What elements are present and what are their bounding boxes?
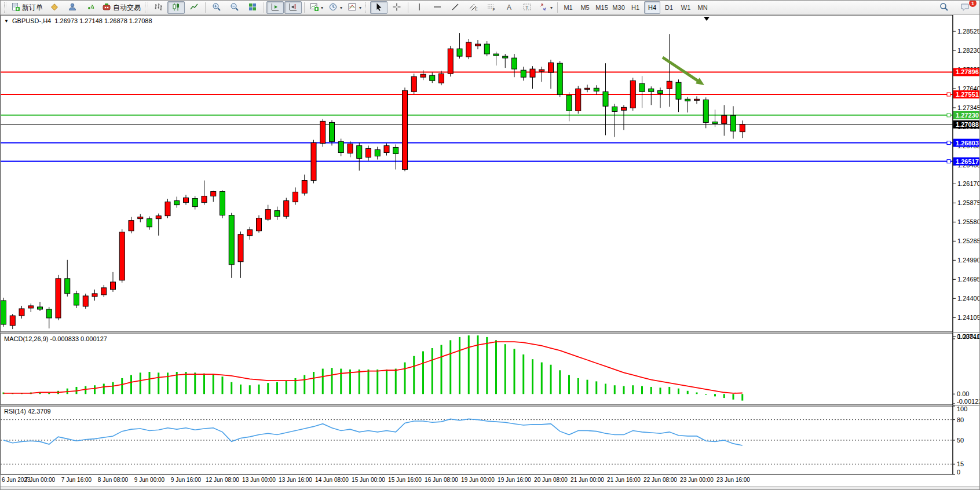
- timeframe-w1-button[interactable]: W1: [678, 1, 694, 14]
- candle: [649, 86, 654, 105]
- bar-chart-icon: [153, 2, 163, 13]
- toolbar-separator: [205, 2, 206, 13]
- line-handle-marker[interactable]: [947, 93, 950, 96]
- line-chart-icon: [189, 2, 199, 13]
- chart-canvas[interactable]: 0.0074120.00-0.00122610080501501.285251.…: [1, 15, 980, 488]
- timeframe-m1-button[interactable]: M1: [560, 1, 576, 14]
- time-tick-label: 9 Jun 00:00: [134, 477, 165, 483]
- horizontal-line-object[interactable]: [1, 114, 953, 117]
- chat-bubble-icon: [960, 2, 970, 13]
- chart-shift-marker[interactable]: [704, 17, 710, 21]
- candle: [685, 97, 690, 112]
- svg-text:1.26803: 1.26803: [956, 140, 979, 147]
- svg-text:1.27088: 1.27088: [956, 121, 979, 128]
- time-tick-label: 15 Jun 00:00: [352, 477, 385, 483]
- candle: [247, 227, 253, 240]
- search-button[interactable]: [935, 1, 953, 14]
- zoom-in-button[interactable]: [208, 1, 225, 14]
- time-axis[interactable]: 6 Jun 20237 Jun 00:007 Jun 16:008 Jun 08…: [2, 477, 750, 483]
- candle: [1, 298, 6, 327]
- timeframe-m5-button[interactable]: M5: [577, 1, 593, 14]
- arrows-tool-button[interactable]: ▾: [536, 1, 555, 14]
- notification-badge: 1: [969, 0, 977, 7]
- vertical-line-icon: [415, 2, 424, 13]
- candlestick-icon: [171, 2, 181, 13]
- svg-text:-0.001226: -0.001226: [957, 398, 980, 405]
- toolbar-separator: [264, 2, 264, 13]
- periods-button[interactable]: ▾: [326, 1, 345, 14]
- panel-splitter[interactable]: [1, 405, 980, 406]
- line-handle-marker[interactable]: [947, 160, 950, 163]
- profile-icon: [68, 2, 77, 13]
- price-tick-label: 1.25580: [957, 218, 980, 225]
- candle: [476, 40, 481, 49]
- price-tick-label: 1.26170: [957, 180, 980, 187]
- candle: [430, 72, 435, 83]
- channel-icon: E: [469, 2, 478, 13]
- line-handle-marker[interactable]: [947, 114, 950, 117]
- candle: [38, 302, 43, 311]
- candle: [493, 52, 499, 65]
- toolbar: 新订单 自动交易: [1, 1, 979, 15]
- text-tool-button[interactable]: A: [500, 1, 518, 14]
- fibonacci-tool-button[interactable]: F: [482, 1, 500, 14]
- candle: [557, 61, 562, 97]
- horizontal-line-icon: [433, 2, 442, 13]
- text-label-tool-button[interactable]: T: [518, 1, 536, 14]
- tile-windows-button[interactable]: [244, 1, 261, 14]
- time-tick-label: 7 Jun 16:00: [61, 477, 92, 483]
- new-chart-button[interactable]: ▾: [307, 1, 326, 14]
- toolbar-drag-handle[interactable]: [4, 2, 7, 13]
- toolbar-drag-handle[interactable]: [145, 2, 148, 13]
- signals-button[interactable]: [82, 1, 99, 14]
- vertical-line-tool-button[interactable]: [411, 1, 428, 14]
- timeframe-m30-button[interactable]: M30: [610, 1, 627, 14]
- bar-chart-mode-button[interactable]: [149, 1, 167, 14]
- price-tag: 1.26517: [953, 158, 980, 166]
- depth-of-market-button[interactable]: [46, 1, 63, 14]
- timeframe-mn-button[interactable]: MN: [694, 1, 711, 14]
- accounts-button[interactable]: [64, 1, 81, 14]
- candle: [275, 207, 280, 220]
- timeframe-h1-button[interactable]: H1: [627, 1, 643, 14]
- chart-shift-button[interactable]: [284, 1, 302, 14]
- auto-scroll-button[interactable]: [266, 1, 284, 14]
- horizontal-line-object[interactable]: [1, 93, 953, 96]
- candle: [184, 195, 189, 205]
- indicators-button[interactable]: ▾: [345, 1, 364, 14]
- candle: [238, 232, 243, 278]
- candle: [28, 303, 34, 312]
- candlestick-mode-button[interactable]: [167, 1, 185, 14]
- signal-icon: [86, 2, 95, 13]
- candle: [466, 39, 471, 59]
- timeframe-d1-button[interactable]: D1: [661, 1, 677, 14]
- candle: [293, 188, 298, 205]
- horizontal-line-object[interactable]: [1, 141, 953, 145]
- toolbar-separator: [304, 2, 305, 13]
- new-order-button[interactable]: 新订单: [9, 1, 45, 14]
- horizontal-line-object[interactable]: [1, 160, 953, 163]
- cursor-tool-button[interactable]: [370, 1, 387, 14]
- toolbar-drag-handle[interactable]: [365, 2, 368, 13]
- equidistant-channel-tool-button[interactable]: E: [465, 1, 482, 14]
- horizontal-line-tool-button[interactable]: [429, 1, 446, 14]
- trendline-tool-button[interactable]: [447, 1, 464, 14]
- auto-trading-button[interactable]: 自动交易: [100, 1, 143, 14]
- collapse-triangle-icon[interactable]: ▼: [4, 19, 9, 24]
- crosshair-tool-button[interactable]: [388, 1, 405, 14]
- line-handle-marker[interactable]: [947, 141, 950, 145]
- panel-splitter[interactable]: [1, 332, 980, 333]
- candle: [731, 106, 736, 138]
- time-tick-label: 13 Jun 00:00: [242, 477, 276, 483]
- timeframe-m15-button[interactable]: M15: [594, 1, 610, 14]
- candle: [19, 306, 24, 319]
- timeframe-h4-button[interactable]: H4: [644, 1, 660, 14]
- svg-text:0: 0: [957, 469, 960, 476]
- notifications-button[interactable]: 1: [956, 1, 974, 14]
- zoom-out-button[interactable]: [226, 1, 243, 14]
- line-chart-mode-button[interactable]: [185, 1, 203, 14]
- candle: [330, 120, 335, 145]
- candle: [630, 78, 635, 111]
- price-tick-label: 1.25285: [957, 237, 980, 244]
- candle: [101, 285, 107, 297]
